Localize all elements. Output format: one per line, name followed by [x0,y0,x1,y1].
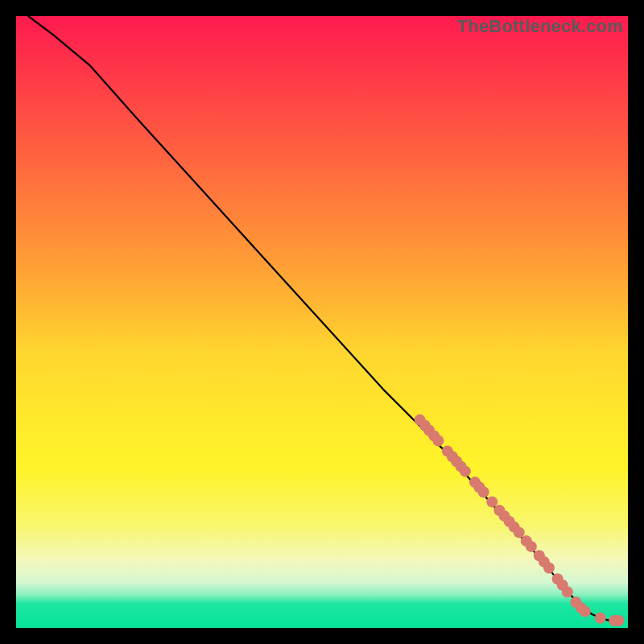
data-point [595,613,606,624]
data-point [486,496,497,507]
data-point [432,435,444,446]
data-point [478,486,489,497]
data-point [514,526,525,538]
curve-line [28,16,618,621]
data-point [580,606,591,617]
data-point [613,615,625,626]
data-point [526,541,537,552]
marker-group [415,415,625,626]
plot-area: TheBottleneck.com [16,16,628,628]
data-point [460,465,471,477]
chart-svg [16,16,628,628]
data-point [562,586,573,597]
data-point [543,563,555,574]
chart-frame: TheBottleneck.com [0,0,644,644]
